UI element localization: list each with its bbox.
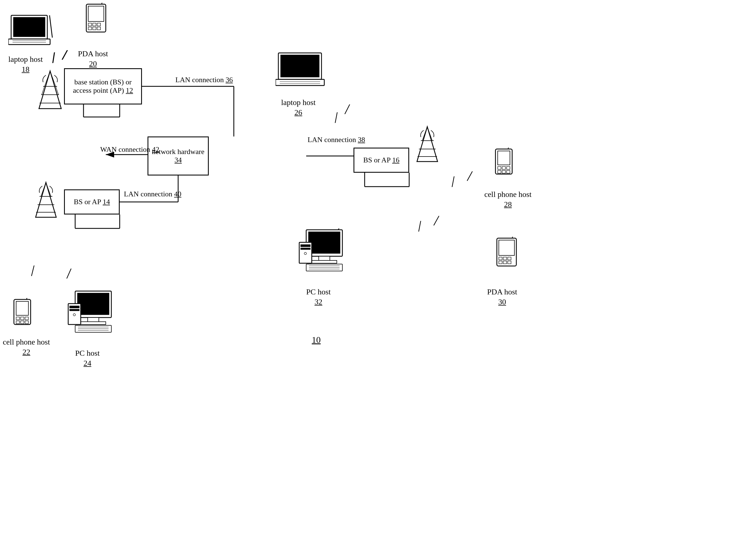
svg-rect-17 [13,17,45,37]
svg-rect-51 [21,321,24,324]
svg-rect-91 [499,261,502,264]
lan36-label: LAN connection 36 [175,75,233,85]
svg-rect-25 [93,23,96,26]
svg-point-61 [73,314,75,316]
diagram-number: 10 [312,334,321,346]
svg-line-43 [41,182,46,196]
svg-rect-96 [308,232,340,253]
cellphone-22-icon [11,298,33,333]
pda-20-label: PDA host20 [78,49,108,69]
lightning-5-icon: / [333,108,340,126]
lan40-label: LAN connection 40 [124,189,181,199]
svg-rect-18 [8,39,50,45]
svg-rect-67 [281,55,319,77]
svg-rect-88 [499,257,502,260]
svg-rect-29 [97,27,100,30]
hw34-label: network hardware34 [152,148,204,164]
svg-line-44 [46,182,51,196]
svg-rect-82 [498,170,501,173]
svg-rect-60 [70,309,79,311]
pc-32-icon [298,228,354,280]
lightning-8-icon: / [466,167,473,185]
svg-rect-48 [21,317,24,320]
svg-line-75 [422,127,427,141]
lightning-9-icon: / [416,217,423,235]
bs14-label: BS or AP 14 [74,198,110,206]
svg-rect-93 [508,261,511,264]
svg-rect-80 [502,166,505,169]
tower-16-icon [415,125,440,165]
svg-rect-78 [498,151,510,165]
svg-rect-27 [88,27,92,30]
laptop-26-label: laptop host26 [281,97,316,118]
pda-30-icon [493,237,521,280]
tower-12-icon [36,70,64,115]
svg-rect-26 [97,23,100,26]
pc-24-label: PC host24 [75,348,100,369]
svg-rect-92 [503,261,507,264]
pda-20-icon [82,3,110,46]
wan42-label: WAN connection 42 [100,145,159,154]
lightning-7-icon: / [450,172,456,190]
svg-rect-87 [499,240,514,255]
pc-32-label: PC host32 [306,287,331,307]
bs12-box: base station (BS) oraccess point (AP) 12 [64,68,142,104]
bs16-label: BS or AP 16 [363,156,399,164]
svg-line-21 [50,15,52,38]
svg-rect-57 [81,322,106,325]
svg-rect-50 [16,321,19,324]
cellphone-28-icon [493,148,515,182]
cellphone-22-label: cell phone host22 [3,337,50,357]
lightning-3-icon: / [30,261,36,280]
laptop-18-icon [8,14,58,51]
svg-point-102 [304,252,306,254]
laptop-26-icon [276,51,331,92]
cellphone-28-label: cell phone host28 [484,189,532,210]
svg-line-76 [427,127,432,141]
svg-line-36 [50,71,56,86]
lightning-2-icon: / [61,46,68,64]
lightning-4-icon: / [66,264,72,282]
svg-rect-24 [88,23,92,26]
svg-rect-68 [276,79,324,85]
svg-rect-28 [93,27,96,30]
pda-30-label: PDA host30 [487,287,517,307]
svg-rect-23 [88,6,104,21]
svg-rect-47 [16,317,19,320]
pc-24-icon [67,290,122,341]
svg-rect-79 [498,166,501,169]
svg-rect-52 [25,321,28,324]
hw34-box: network hardware34 [148,136,209,175]
svg-rect-98 [312,260,337,263]
svg-line-35 [45,71,50,86]
svg-rect-83 [502,170,505,173]
lightning-10-icon: / [433,211,440,229]
bs16-box: BS or AP 16 [354,148,409,173]
svg-rect-84 [507,170,510,173]
svg-rect-46 [16,302,28,315]
svg-rect-59 [70,306,79,308]
svg-rect-49 [25,317,28,320]
lightning-6-icon: / [344,100,351,118]
svg-rect-97 [319,256,330,260]
bs14-box: BS or AP 14 [64,189,120,214]
bs12-label: base station (BS) oraccess point (AP) 12 [73,78,133,95]
svg-rect-55 [77,293,109,315]
svg-rect-90 [508,257,511,260]
tower-14-icon [33,181,58,221]
svg-rect-101 [301,248,310,249]
svg-rect-89 [503,257,507,260]
svg-rect-81 [507,166,510,169]
svg-rect-56 [88,318,99,322]
lan38-label: LAN connection 38 [308,135,365,144]
svg-rect-100 [301,244,310,247]
